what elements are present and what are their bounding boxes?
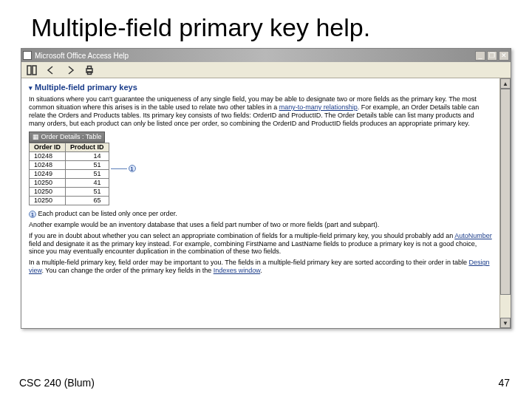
col-product-id: Product ID xyxy=(66,143,109,152)
paragraph-4: In a multiple-field primary key, field o… xyxy=(29,259,492,275)
callout-text: Each product can be listed only once per… xyxy=(38,210,177,217)
svg-rect-3 xyxy=(88,66,92,69)
forward-icon[interactable] xyxy=(63,64,78,77)
example-diagram: ▦ Order Details : Table Order ID Product… xyxy=(29,132,492,205)
link-autonumber[interactable]: AutoNumber xyxy=(454,232,492,239)
topic-heading[interactable]: Multiple-field primary keys xyxy=(29,83,492,92)
slide-title: Multiple-field primary key help. xyxy=(31,13,532,42)
paragraph-1: In situations where you can't guarantee … xyxy=(29,95,492,127)
back-icon[interactable] xyxy=(44,64,58,77)
para4-text-a: In a multiple-field primary key, field o… xyxy=(29,259,468,266)
scroll-down-icon[interactable]: ▼ xyxy=(500,318,511,328)
restore-button[interactable]: ❐ xyxy=(487,51,497,61)
app-icon xyxy=(23,51,32,60)
scroll-up-icon[interactable]: ▲ xyxy=(500,78,511,89)
vertical-scrollbar[interactable]: ▲ ▼ xyxy=(499,78,511,328)
titlebar[interactable]: Microsoft Office Access Help _ ❐ ✕ xyxy=(21,49,511,62)
paragraph-3: If you are in doubt about whether you ca… xyxy=(29,232,492,256)
close-button[interactable]: ✕ xyxy=(499,51,509,61)
table-row: 1024814 xyxy=(30,152,109,161)
para4-text-b: . You can change the order of the primar… xyxy=(42,267,214,274)
print-icon[interactable] xyxy=(82,64,97,77)
minimize-button[interactable]: _ xyxy=(475,51,485,61)
para3-text-b: field and designate it as the primary ke… xyxy=(29,240,477,256)
callout-marker-1: 1 xyxy=(129,165,136,172)
footer-left: CSC 240 (Blum) xyxy=(19,377,95,389)
table-row: 1024851 xyxy=(30,161,109,170)
scroll-thumb[interactable] xyxy=(500,89,511,295)
link-many-to-many[interactable]: many-to-many relationship xyxy=(279,103,358,111)
svg-rect-1 xyxy=(33,66,36,75)
window-title: Microsoft Office Access Help xyxy=(35,52,129,60)
table-row: 1025051 xyxy=(30,188,109,197)
paragraph-2: Another example would be an inventory da… xyxy=(29,221,492,229)
para4-text-c: . xyxy=(260,267,262,274)
page-number: 47 xyxy=(498,377,510,389)
help-content: Multiple-field primary keys In situation… xyxy=(21,78,499,328)
callout-1: 1 Each product can be listed only once p… xyxy=(29,210,492,218)
para3-text-a: If you are in doubt about whether you ca… xyxy=(29,232,454,239)
toolbar xyxy=(21,62,511,78)
help-window: Microsoft Office Access Help _ ❐ ✕ Multi… xyxy=(21,48,511,329)
callout-num-icon: 1 xyxy=(29,211,36,218)
example-table-title: ▦ Order Details : Table xyxy=(29,132,105,143)
link-indexes-window[interactable]: Indexes window xyxy=(214,267,261,274)
table-row: 1024951 xyxy=(30,170,109,179)
tile-icon[interactable] xyxy=(24,64,39,77)
table-row: 1025065 xyxy=(30,197,109,205)
example-table: Order ID Product ID 1024814 1024851 1024… xyxy=(29,143,109,205)
svg-rect-0 xyxy=(27,66,31,75)
col-order-id: Order ID xyxy=(30,143,66,152)
table-row: 1025041 xyxy=(30,179,109,188)
